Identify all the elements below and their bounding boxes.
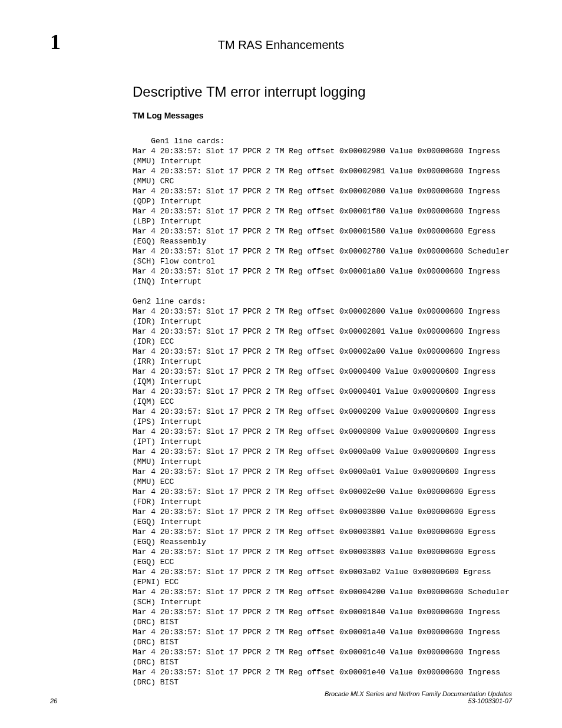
log-line: Mar 4 20:33:57: Slot 17 PPCR 2 TM Reg of…	[133, 247, 514, 266]
log-line: Mar 4 20:33:57: Slot 17 PPCR 2 TM Reg of…	[133, 588, 514, 607]
page-footer: 26 Brocade MLX Series and NetIron Family…	[50, 690, 512, 704]
log-line: Mar 4 20:33:57: Slot 17 PPCR 2 TM Reg of…	[133, 407, 500, 426]
log-line: Mar 4 20:33:57: Slot 17 PPCR 2 TM Reg of…	[133, 167, 505, 186]
log-line: Mar 4 20:33:57: Slot 17 PPCR 2 TM Reg of…	[133, 187, 505, 206]
page-number: 26	[50, 697, 57, 704]
log-line: Mar 4 20:33:57: Slot 17 PPCR 2 TM Reg of…	[133, 548, 500, 566]
section-title: Descriptive TM error interrupt logging	[133, 84, 512, 100]
subsection-title: TM Log Messages	[133, 111, 512, 120]
doc-title: Brocade MLX Series and NetIron Family Do…	[325, 690, 512, 697]
log-line: Mar 4 20:33:57: Slot 17 PPCR 2 TM Reg of…	[133, 508, 500, 526]
log-heading: Gen2 line cards:	[133, 297, 206, 306]
running-title: TM RAS Enhancements	[133, 38, 429, 52]
log-line: Mar 4 20:33:57: Slot 17 PPCR 2 TM Reg of…	[133, 227, 500, 246]
log-line: Mar 4 20:33:57: Slot 17 PPCR 2 TM Reg of…	[133, 648, 505, 667]
log-line: Mar 4 20:33:57: Slot 17 PPCR 2 TM Reg of…	[133, 347, 505, 366]
page-header: 1 TM RAS Enhancements	[0, 0, 562, 54]
log-line: Mar 4 20:33:57: Slot 17 PPCR 2 TM Reg of…	[133, 367, 500, 386]
log-line: Mar 4 20:33:57: Slot 17 PPCR 2 TM Reg of…	[133, 447, 500, 466]
log-line: Mar 4 20:33:57: Slot 17 PPCR 2 TM Reg of…	[133, 628, 505, 647]
log-block-gen1: Gen1 line cards: Mar 4 20:33:57: Slot 17…	[133, 126, 512, 687]
doc-id: 53-1003301-07	[325, 697, 512, 704]
log-heading: Gen1 line cards:	[151, 137, 224, 146]
log-line: Mar 4 20:33:57: Slot 17 PPCR 2 TM Reg of…	[133, 307, 505, 326]
log-line: Mar 4 20:33:57: Slot 17 PPCR 2 TM Reg of…	[133, 427, 500, 446]
chapter-number: 1	[50, 29, 133, 54]
log-line: Mar 4 20:33:57: Slot 17 PPCR 2 TM Reg of…	[133, 528, 500, 546]
log-line: Mar 4 20:33:57: Slot 17 PPCR 2 TM Reg of…	[133, 608, 505, 627]
log-line: Mar 4 20:33:57: Slot 17 PPCR 2 TM Reg of…	[133, 207, 505, 226]
log-line: Mar 4 20:33:57: Slot 17 PPCR 2 TM Reg of…	[133, 487, 500, 506]
footer-doc-info: Brocade MLX Series and NetIron Family Do…	[325, 690, 512, 704]
log-line: Mar 4 20:33:57: Slot 17 PPCR 2 TM Reg of…	[133, 267, 505, 286]
content-area: Descriptive TM error interrupt logging T…	[0, 54, 562, 687]
log-line: Mar 4 20:33:57: Slot 17 PPCR 2 TM Reg of…	[133, 568, 495, 587]
log-line: Mar 4 20:33:57: Slot 17 PPCR 2 TM Reg of…	[133, 467, 500, 486]
log-line: Mar 4 20:33:57: Slot 17 PPCR 2 TM Reg of…	[133, 668, 505, 687]
log-line: Mar 4 20:33:57: Slot 17 PPCR 2 TM Reg of…	[133, 387, 500, 406]
log-line: Mar 4 20:33:57: Slot 17 PPCR 2 TM Reg of…	[133, 327, 505, 346]
log-line: Mar 4 20:33:57: Slot 17 PPCR 2 TM Reg of…	[133, 147, 505, 166]
